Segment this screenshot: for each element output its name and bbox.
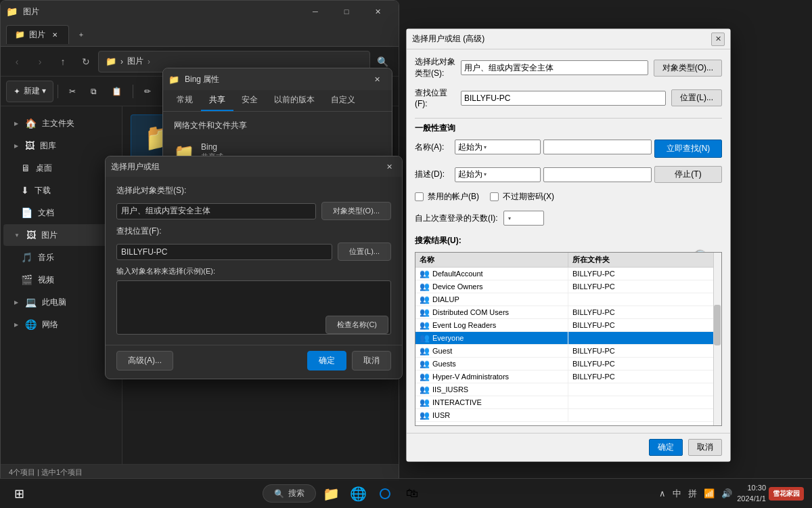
result-location-cell: [568, 332, 721, 344]
result-row[interactable]: 👥 Distributed COM Users BILLYFU-PC: [415, 306, 721, 319]
minimize-button[interactable]: ─: [300, 1, 331, 22]
tray-chevron[interactable]: ∧: [657, 488, 668, 499]
object-type-input[interactable]: [116, 203, 316, 219]
result-location: BILLYFU-PC: [572, 347, 615, 355]
disabled-account-checkbox[interactable]: [415, 192, 424, 201]
back-button[interactable]: ‹: [6, 51, 28, 72]
result-row[interactable]: 👥 Device Owners BILLYFU-PC: [415, 280, 721, 293]
forward-button[interactable]: ›: [29, 51, 51, 72]
tray-ime-zh[interactable]: 中: [671, 488, 683, 500]
sidebar-thispc-label: 此电脑: [42, 297, 66, 308]
desc-filter-combo[interactable]: 起始为 ▾: [455, 167, 541, 182]
tab-previous[interactable]: 以前的版本: [266, 90, 323, 111]
result-name-cell: 👥 DIALUP: [415, 293, 568, 305]
object-type-button[interactable]: 对象类型(O)...: [321, 202, 391, 220]
copy-button[interactable]: ⧉: [84, 81, 104, 102]
taskbar-store-icon[interactable]: 🛍: [400, 482, 424, 506]
location-button[interactable]: 位置(L)...: [338, 242, 391, 261]
clock[interactable]: 10:30 2024/1/1: [737, 483, 766, 504]
scrollbar[interactable]: [713, 253, 721, 425]
result-row[interactable]: 👥 Hyper-V Administrators BILLYFU-PC: [415, 371, 721, 383]
sidebar-item-gallery[interactable]: ▶ 🖼 图库: [3, 135, 119, 156]
result-row[interactable]: 👥 Everyone: [415, 332, 721, 345]
result-row[interactable]: 👥 DIALUP: [415, 293, 721, 306]
result-row[interactable]: 👥 Event Log Readers BILLYFU-PC: [415, 319, 721, 332]
name-filter-combo[interactable]: 起始为 ▾: [455, 140, 541, 154]
result-row[interactable]: 👥 Guests BILLYFU-PC: [415, 358, 721, 371]
sidebar-item-home[interactable]: ▶ 🏠 主文件夹: [3, 112, 119, 134]
rename-button[interactable]: ✏: [137, 81, 158, 102]
result-row[interactable]: 👥 IIS_IUSRS: [415, 383, 721, 396]
location-input[interactable]: [116, 244, 332, 260]
advanced-cancel-button[interactable]: 取消: [688, 439, 722, 456]
advanced-close-button[interactable]: ✕: [711, 33, 725, 46]
properties-title: Bing 属性: [182, 74, 365, 85]
close-button[interactable]: ✕: [362, 1, 393, 22]
sidebar-item-thispc[interactable]: ▶ 💻 此电脑: [3, 291, 119, 313]
properties-close-button[interactable]: ✕: [367, 70, 386, 89]
adv-location-input[interactable]: [461, 91, 666, 106]
sidebar-item-desktop[interactable]: 🖥 桌面: [3, 157, 119, 179]
address-icon: 📁: [106, 56, 116, 66]
adv-location-label: 查找位置(F):: [415, 87, 455, 108]
sidebar-item-pictures[interactable]: ▼ 🖼 图片: [3, 224, 119, 246]
name-filter-input[interactable]: [543, 140, 652, 154]
select-user-close-button[interactable]: ✕: [382, 159, 397, 174]
tab-custom[interactable]: 自定义: [323, 90, 363, 111]
paste-button[interactable]: 📋: [105, 81, 129, 102]
result-row[interactable]: 👥 INTERACTIVE: [415, 396, 721, 409]
new-button[interactable]: ✦ ✦ 新建 新建 ▾: [6, 81, 53, 102]
address-path: 图片: [127, 56, 143, 67]
select-user-cancel-button[interactable]: 取消: [352, 351, 391, 371]
start-button[interactable]: ⊞: [5, 480, 32, 507]
result-row[interactable]: 👥 IUSR: [415, 409, 721, 422]
taskbar-left: ⊞: [0, 480, 38, 507]
taskbar-chrome-icon[interactable]: 🌐: [346, 482, 370, 506]
taskbar-explorer-icon[interactable]: 📁: [319, 482, 343, 506]
col-name-header: 名称: [415, 253, 568, 267]
taskbar-edge-icon[interactable]: [373, 482, 397, 506]
maximize-button[interactable]: □: [331, 1, 362, 22]
xuehj-logo[interactable]: 雪花家园: [769, 487, 804, 501]
sidebar-item-music[interactable]: 🎵 音乐: [3, 247, 119, 268]
desc-filter-arrow: ▾: [484, 171, 487, 177]
results-table[interactable]: 名称 所在文件夹 👥 DefaultAccount BILLYFU-PC 👥 D…: [415, 252, 722, 426]
tray-ime-pin[interactable]: 拼: [686, 488, 699, 500]
new-tab-button[interactable]: +: [72, 25, 91, 44]
sidebar-item-videos[interactable]: 🎬 视频: [3, 269, 119, 291]
no-expire-checkbox[interactable]: [490, 192, 499, 201]
tab-security[interactable]: 安全: [233, 90, 266, 111]
result-row[interactable]: 👥 DefaultAccount BILLYFU-PC: [415, 268, 721, 280]
desc-filter-input[interactable]: [543, 167, 652, 182]
days-combo[interactable]: ▾: [503, 211, 544, 226]
result-name-cell: 👥 Hyper-V Administrators: [415, 371, 568, 383]
tab-share[interactable]: 共享: [201, 90, 233, 111]
adv-location-button[interactable]: 位置(L)...: [671, 89, 722, 106]
tray-sound[interactable]: 🔊: [719, 488, 734, 499]
tab-pictures[interactable]: 📁 图片 ✕: [6, 25, 69, 44]
taskbar-search[interactable]: 🔍 搜索: [263, 484, 316, 503]
select-user-ok-button[interactable]: 确定: [307, 351, 346, 371]
check-name-button[interactable]: 检查名称(C): [325, 316, 388, 334]
tab-close-button[interactable]: ✕: [49, 29, 60, 40]
tab-general[interactable]: 常规: [168, 90, 201, 111]
sidebar-item-downloads[interactable]: ⬇ 下载: [3, 179, 119, 201]
search-button[interactable]: 立即查找(N): [654, 140, 722, 158]
adv-object-type-input[interactable]: [461, 60, 648, 75]
tray-network[interactable]: 📶: [702, 488, 717, 499]
home-icon: 🏠: [25, 118, 37, 129]
advanced-ok-button[interactable]: 确定: [649, 439, 683, 456]
up-button[interactable]: ↑: [52, 51, 74, 72]
result-row[interactable]: 👥 Guest BILLYFU-PC: [415, 345, 721, 358]
cut-button[interactable]: ✂: [62, 81, 83, 102]
sidebar-item-network[interactable]: ▶ 🌐 网络: [3, 314, 119, 335]
adv-object-type-button[interactable]: 对象类型(O)...: [654, 60, 722, 77]
object-type-row: 选择此对象类型(S):: [116, 185, 391, 196]
sidebar-item-documents[interactable]: 📄 文档: [3, 202, 119, 224]
stop-button[interactable]: 停止(T): [654, 166, 722, 183]
refresh-button[interactable]: ↻: [75, 51, 97, 72]
pictures-icon: 🖼: [26, 230, 36, 240]
advanced-button[interactable]: 高级(A)...: [116, 351, 173, 371]
select-user-dialog: 选择用户或组 ✕ 选择此对象类型(S): 对象类型(O)... 查找位置(F):…: [105, 156, 403, 379]
result-name: Device Owners: [432, 282, 483, 291]
